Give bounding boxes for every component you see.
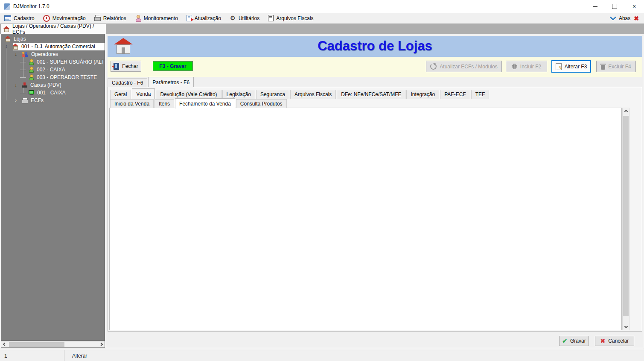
menu-label: Utilitários [239,15,259,21]
clock-icon [43,15,50,22]
scrollbar-thumb[interactable] [9,342,64,347]
minimize-button[interactable] [585,0,605,13]
incluir-button[interactable]: Incluir F2 [506,61,547,72]
tree-item-label: 001 - D.J. Automação Comercial [21,44,95,50]
menu-label: Relatórios [103,15,126,21]
tab-itens[interactable]: Itens [154,99,174,108]
operator-icon [29,67,34,73]
venda-tab-strip: Inicio da Venda Itens Fechamento da Vend… [110,98,288,108]
scroll-left-icon[interactable] [1,343,8,346]
workspace-tab-strip: Lojas / Operadores / Caixas (PDV) / ECFs [0,23,644,34]
tab-dfe[interactable]: DFe: NFe/NFCe/SAT/MFE [337,90,405,99]
scroll-up-icon[interactable] [623,108,629,115]
document-icon [268,15,274,21]
tree-item-label: Operadores [31,51,58,57]
tree-item-caixas-pdv[interactable]: ↓ Caixas (PDV) [1,81,105,89]
refresh-icon [430,63,437,70]
tab-seguranca[interactable]: Seguranca [256,90,289,99]
pdv-icon [22,82,28,88]
cancelar-label: Cancelar [608,338,629,344]
title-bar: DJMonitor 1.7.0 × [0,0,644,13]
house-icon [12,44,19,50]
menu-atualizacao[interactable]: Atualização [182,13,225,23]
menu-cadastro[interactable]: Cadastro [0,13,39,23]
atualizar-label: Atualizar ECFs / Modulos [440,64,497,70]
atualizar-ecfs-button[interactable]: Atualizar ECFs / Modulos [426,61,502,72]
app-logo-icon [4,3,10,10]
store-tree-panel: Lojas ↓ 001 - D.J. Automação Comercial ↓… [1,34,105,341]
close-icon: × [632,3,636,10]
tree-item-operador-001[interactable]: 001 - SUPER USUÁRIO (ALTERE [1,58,105,66]
alterar-button[interactable]: Alterar F3 [551,60,591,73]
operators-icon [22,51,29,57]
scroll-right-icon[interactable] [98,343,105,346]
menu-label: Atualização [195,15,221,21]
gravar-button[interactable]: ✔ Gravar [559,336,589,346]
scroll-down-icon[interactable] [623,323,629,330]
excluir-label: Excluir F4 [608,64,631,70]
collapse-arrow-icon[interactable]: › [12,97,19,103]
tab-inicio-da-venda[interactable]: Inicio da Venda [110,99,154,108]
menu-arquivos-fiscais[interactable]: Arquivos Fiscais [264,13,318,23]
tab-tef[interactable]: TEF [471,90,490,99]
maximize-icon [612,4,617,9]
tree-item-label: ECFs [31,97,44,103]
cancelar-button[interactable]: ✖ Cancelar [595,336,634,346]
tree-item-ecfs[interactable]: › ECFs [1,97,105,104]
table-icon [4,15,11,21]
tab-venda[interactable]: Venda [132,88,155,99]
tab-parametros-f6[interactable]: Parâmetros - F6 [148,77,194,87]
scrollbar-thumb[interactable] [623,116,629,316]
status-bar: 1 Alterar [0,350,644,361]
menu-movimentacao[interactable]: Movimentação [39,13,90,23]
maximize-button[interactable] [605,0,624,13]
chevron-down-icon[interactable] [610,14,617,21]
menu-utilitarios[interactable]: ⚙Utilitários [225,13,264,23]
tab-geral[interactable]: Geral [110,90,131,99]
workspace-tab[interactable]: Lojas / Operadores / Caixas (PDV) / ECFs [1,24,106,34]
menu-relatorios[interactable]: Relatórios [90,13,131,23]
gravar-label: Gravar [570,338,586,344]
gear-icon: ⚙ [230,15,236,21]
content-vertical-scrollbar[interactable] [622,108,629,330]
x-icon: ✖ [600,338,606,344]
fechamento-venda-page [109,108,622,330]
tree-item-operador-003[interactable]: 003 - OPERADOR TESTE [1,73,105,81]
expand-arrow-icon[interactable]: ↓ [12,51,19,57]
monitor-icon [29,90,35,96]
menu-label: Monitoramento [144,15,178,21]
tab-cadastro-f6[interactable]: Cadastro - F6 [108,78,147,87]
excluir-button[interactable]: Excluir F4 [596,61,636,72]
tab-devolucao[interactable]: Devolução (Vale Crédito) [156,90,221,99]
fechar-button[interactable]: Fechar [111,61,141,72]
close-tab-icon[interactable]: ✖ [634,15,639,22]
abas-label: Abas [619,15,630,21]
form-banner: Cadastro de Lojas [108,36,642,57]
tab-consulta-produtos[interactable]: Consulta Produtos [236,99,287,108]
tree-item-label: 003 - OPERADOR TESTE [37,74,97,80]
window-controls: × [585,0,644,13]
menu-monitoramento[interactable]: Monitoramento [131,13,182,23]
tree-item-loja-001[interactable]: ↓ 001 - D.J. Automação Comercial [1,43,105,50]
close-button[interactable]: × [624,0,644,13]
parametros-tab-strip: Geral Venda Devolução (Vale Crédito) Leg… [110,88,490,99]
tree-item-operador-002[interactable]: 002 - CAIXA [1,66,105,73]
menu-label: Arquivos Fiscais [276,15,313,21]
check-icon: ✔ [562,338,567,344]
tab-integracao[interactable]: Integração [406,90,439,99]
expand-arrow-icon[interactable]: ↓ [3,44,10,50]
exit-door-icon [114,63,119,70]
house-icon [5,36,11,42]
expand-arrow-icon[interactable]: ↓ [12,82,19,88]
tab-fechamento-da-venda[interactable]: Fechamento da Venda [175,98,235,109]
tree-item-caixa-001[interactable]: 001 - CAIXA [1,89,105,97]
menu-label: Cadastro [14,15,35,21]
tab-paf-ecf[interactable]: PAF-ECF [440,90,470,99]
tree-horizontal-scrollbar[interactable] [1,341,105,348]
tab-arquivos-fiscais[interactable]: Arquivos Fiscais [290,90,336,99]
tree-item-operadores[interactable]: ↓ Operadores [1,50,105,58]
update-icon [186,15,192,21]
tab-legislacao[interactable]: Legislação [222,90,255,99]
tree-item-lojas[interactable]: Lojas [1,35,105,43]
menu-bar: Cadastro Movimentação Relatórios Monitor… [0,13,644,23]
